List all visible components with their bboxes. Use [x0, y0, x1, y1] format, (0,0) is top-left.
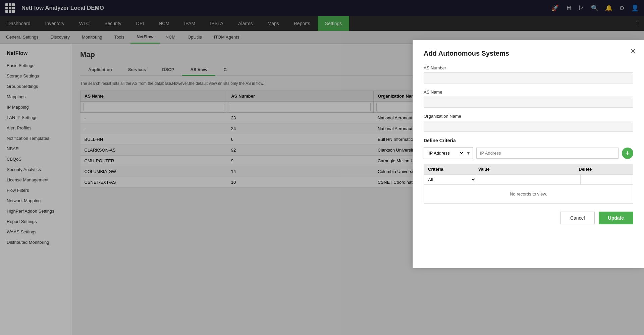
col-delete: Delete [579, 167, 629, 172]
criteria-value-input[interactable] [476, 148, 619, 159]
org-name-input[interactable] [424, 121, 633, 132]
form-group-org-name: Organization Name [424, 114, 633, 132]
criteria-dropdown-arrow: ▼ [464, 151, 473, 156]
modal-close-button[interactable]: ✕ [630, 47, 636, 55]
as-name-input[interactable] [424, 97, 633, 108]
criteria-type-select[interactable]: IP Address Subnet AS Number [424, 148, 464, 159]
form-group-as-name: AS Name [424, 90, 633, 108]
update-button[interactable]: Update [599, 212, 633, 224]
modal-title: Add Autonomous Systems [424, 50, 633, 57]
form-group-as-number: AS Number [424, 65, 633, 83]
criteria-value-field[interactable] [476, 175, 581, 184]
as-number-input[interactable] [424, 72, 633, 83]
define-criteria-label: Define Criteria [424, 138, 633, 143]
criteria-value-wrap [476, 148, 619, 159]
criteria-row: IP Address Subnet AS Number ▼ + [424, 147, 633, 159]
as-name-label: AS Name [424, 90, 633, 95]
modal-add-autonomous-systems: Add Autonomous Systems ✕ AS Number AS Na… [413, 40, 644, 268]
no-records-message: No records to view. [424, 185, 633, 204]
col-value: Value [478, 167, 579, 172]
org-name-label: Organization Name [424, 114, 633, 119]
criteria-table-row: All [424, 175, 633, 185]
criteria-table-header: Criteria Value Delete [424, 164, 633, 175]
as-number-label: AS Number [424, 65, 633, 70]
cancel-button[interactable]: Cancel [560, 212, 595, 224]
criteria-all-select[interactable]: All [424, 175, 476, 184]
add-criteria-button[interactable]: + [622, 148, 633, 159]
modal-footer: Cancel Update [424, 212, 633, 224]
col-criteria: Criteria [428, 167, 478, 172]
